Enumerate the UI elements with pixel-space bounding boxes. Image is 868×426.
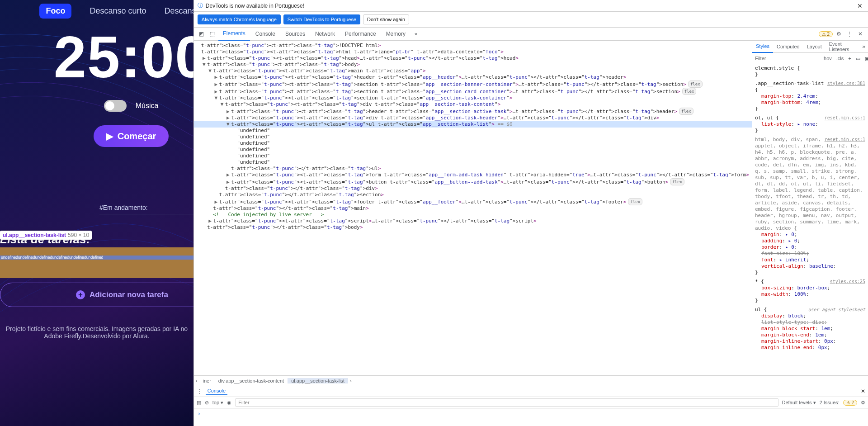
dom-node[interactable]: ▶t-attr">class="t-punc"><t-attr">class="… [194,80,752,88]
dom-node[interactable]: "undefined" [194,134,752,140]
add-task-button[interactable]: + Adicionar nova tarefa [0,283,193,307]
music-toggle[interactable] [104,100,127,112]
crumb-scroll-left[interactable]: ‹ [194,378,199,383]
mode-tabs: Foco Descanso curto Descanso longo [9,0,193,19]
settings-icon[interactable]: ⚙ [834,31,844,37]
console-sidebar-icon[interactable]: ▤ [197,400,201,406]
dom-node[interactable]: t-attr">class="t-punc"></t-attr">class="… [194,185,752,192]
infobar-close-button[interactable]: ✕ [855,2,864,9]
dont-show-button[interactable]: Don't show again [363,14,409,24]
styles-tab-styles[interactable]: Styles [752,40,773,53]
inspect-tooltip: ul.app__section-task-list 590 × 10 [0,231,92,240]
dom-node[interactable]: ▼t-attr">class="t-punc"><t-attr">class="… [194,95,752,101]
dom-node[interactable]: ▼t-attr">class="t-punc"><t-attr">class="… [194,62,752,68]
styles-tab-layout[interactable]: Layout [803,41,826,52]
devtools-pane: ⓘ DevTools is now available in Portugues… [193,0,868,426]
console-issues-badge[interactable]: ⚠ 2 [843,400,857,406]
inspect-tooltip-selector: ul.app__section-task-list [3,232,66,238]
dom-node[interactable]: ▼t-attr">class="t-punc"><t-attr">class="… [194,101,752,108]
console-live-icon[interactable]: ◉ [227,400,231,406]
dom-node[interactable]: ▶t-attr">class="t-punc"><t-attr">class="… [194,218,752,224]
breadcrumb-item[interactable]: div.app__section-task-content [215,378,288,383]
start-button[interactable]: ▶ Começar [94,125,169,147]
tab-elements[interactable]: Elements [218,27,250,41]
dom-node[interactable]: t-attr">class="t-punc"><t-attr">class="t… [194,49,752,55]
console-issues-label[interactable]: 2 Issues: [820,400,840,405]
dom-node[interactable]: t-attr">class="t-punc"></t-attr">class="… [194,224,752,231]
tab-memory[interactable]: Memory [382,28,410,40]
tab-descanso-curto[interactable]: Descanso curto [90,6,146,16]
tab-sources[interactable]: Sources [281,28,310,40]
dom-node[interactable]: ▶t-attr">class="t-punc"><t-attr">class="… [194,172,752,178]
dom-node[interactable]: "undefined" [194,147,752,153]
app-footer: Projeto fictício e sem fins comerciais. … [0,325,193,340]
styles-rules[interactable]: element.style {}styles.css:381.app__sect… [752,64,868,375]
tab-console[interactable]: Console [251,28,280,40]
tab-network[interactable]: Network [311,28,340,40]
dom-node[interactable]: ▶t-attr">class="t-punc"><t-attr">class="… [194,88,752,95]
hov-toggle[interactable]: :hov [820,56,834,61]
dom-node[interactable]: t-attr">class="t-punc"></t-attr">class="… [194,192,752,198]
styles-icon-1[interactable]: ▭ [854,56,863,62]
styles-filter-input[interactable] [752,56,820,61]
console-close-icon[interactable]: ✕ [861,388,865,394]
crumb-scroll-right[interactable]: › [348,378,354,383]
styles-tab-event-listeners[interactable]: Event Listeners [826,41,860,52]
in-progress-label: #Em andamento: [99,201,193,214]
console-context-select[interactable]: top ▾ [212,400,223,406]
dom-node[interactable]: ▶t-attr">class="t-punc"><t-attr">class="… [194,108,752,115]
dom-node[interactable]: ▼t-attr">class="t-punc"><t-attr">class="… [194,68,752,74]
dom-node[interactable]: "undefined" [194,140,752,147]
styles-more-icon[interactable]: » [859,43,868,50]
tab-descanso-longo[interactable]: Descanso longo [164,6,193,16]
add-task-label: Adicionar nova tarefa [90,290,168,299]
dom-node[interactable]: ▶t-attr">class="t-punc"><t-attr">class="… [194,55,752,62]
console-prompt[interactable]: › [194,408,868,426]
close-devtools-icon[interactable]: ✕ [855,31,865,37]
start-button-label: Começar [118,131,156,142]
dom-node[interactable]: "undefined" [194,153,752,159]
inspect-highlight-margin [0,247,193,278]
dom-node[interactable]: <!-- Code injected by live-server --> [194,212,752,218]
dom-tree[interactable]: t-attr">class="t-punc"><t-attr">class="t… [194,41,752,375]
dom-node[interactable]: ▶t-attr">class="t-punc"><t-attr">class="… [194,115,752,121]
console-toolbar: ▤ ⊘ top ▾ ◉ Default levels ▾ 2 Issues: ⚠… [194,396,868,408]
dom-node[interactable]: ▶t-attr">class="t-punc"><t-attr">class="… [194,74,752,80]
devtools-infobar: ⓘ DevTools is now available in Portugues… [194,0,868,12]
dom-node[interactable]: ▼t-attr">class="t-punc"><t-attr">class="… [194,121,752,128]
console-drawer-tab[interactable]: Console [206,387,227,395]
match-language-button[interactable]: Always match Chrome's language [198,14,281,24]
dom-node[interactable]: "undefined" [194,159,752,166]
console-filter-input[interactable] [235,398,778,407]
new-rule-icon[interactable]: + [846,56,853,61]
dom-node[interactable]: t-attr">class="t-punc"></t-attr">class="… [194,166,752,172]
device-toolbar-icon[interactable]: ⬚ [208,31,217,37]
dom-node[interactable]: t-attr">class="t-punc"><t-attr">class="t… [194,43,752,49]
console-settings-icon[interactable]: ⚙ [861,400,865,406]
console-clear-icon[interactable]: ⊘ [205,400,209,406]
kebab-icon[interactable]: ⋮ [844,31,854,37]
dom-node[interactable]: ▶t-attr">class="t-punc"><t-attr">class="… [194,178,752,185]
task-list-text: undefinedundefinedundefinedundefinedunde… [1,256,193,260]
console-menu-icon[interactable]: ⋮ [197,388,202,394]
tab-foco[interactable]: Foco [39,4,71,19]
more-tabs-icon[interactable]: » [411,31,421,37]
tab-performance[interactable]: Performance [340,28,381,40]
styles-tabs: Styles Computed Layout Event Listeners » [752,41,868,53]
dom-node[interactable]: "undefined" [194,128,752,134]
cls-toggle[interactable]: .cls [834,56,846,61]
breadcrumb-item[interactable]: ul.app__section-task-list [288,378,348,383]
dom-node[interactable]: ▶t-attr">class="t-punc"><t-attr">class="… [194,198,752,205]
timer-display: 25:00 [9,23,193,91]
styles-icon-2[interactable]: ▣ [863,56,868,62]
tasks-section: ul.app__section-task-list 590 × 10 Lista… [0,232,193,307]
inspect-element-icon[interactable]: ◩ [197,31,207,37]
infobar-text: DevTools is now available in Portuguese! [206,3,304,9]
breadcrumb-item[interactable]: iner [199,378,214,383]
styles-tab-computed[interactable]: Computed [773,41,803,52]
music-label: Música [136,102,159,110]
warnings-badge[interactable]: ⚠ 2 [819,31,833,37]
dom-node[interactable]: t-attr">class="t-punc"></t-attr">class="… [194,205,752,212]
switch-language-button[interactable]: Switch DevTools to Portuguese [283,14,360,24]
console-levels-select[interactable]: Default levels ▾ [782,400,816,406]
